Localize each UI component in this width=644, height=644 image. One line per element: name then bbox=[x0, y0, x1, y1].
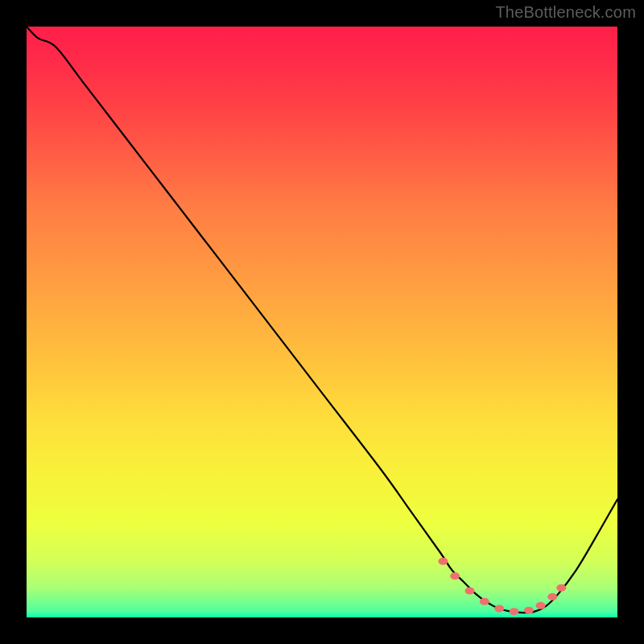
marker-dot bbox=[536, 602, 546, 609]
watermark-text: TheBottleneck.com bbox=[495, 3, 636, 22]
chart-frame: TheBottleneck.com bbox=[0, 0, 644, 644]
bottleneck-curve-line bbox=[27, 27, 617, 613]
chart-svg bbox=[27, 27, 617, 617]
optimal-range-markers bbox=[438, 558, 566, 615]
marker-dot bbox=[465, 587, 475, 594]
marker-dot bbox=[450, 572, 460, 580]
marker-dot bbox=[547, 593, 557, 601]
marker-dot bbox=[494, 605, 504, 612]
plot-area bbox=[27, 27, 617, 617]
marker-dot bbox=[510, 608, 519, 615]
marker-dot bbox=[556, 584, 566, 592]
marker-dot bbox=[524, 607, 534, 614]
marker-dot bbox=[480, 598, 489, 605]
marker-dot bbox=[438, 558, 448, 565]
